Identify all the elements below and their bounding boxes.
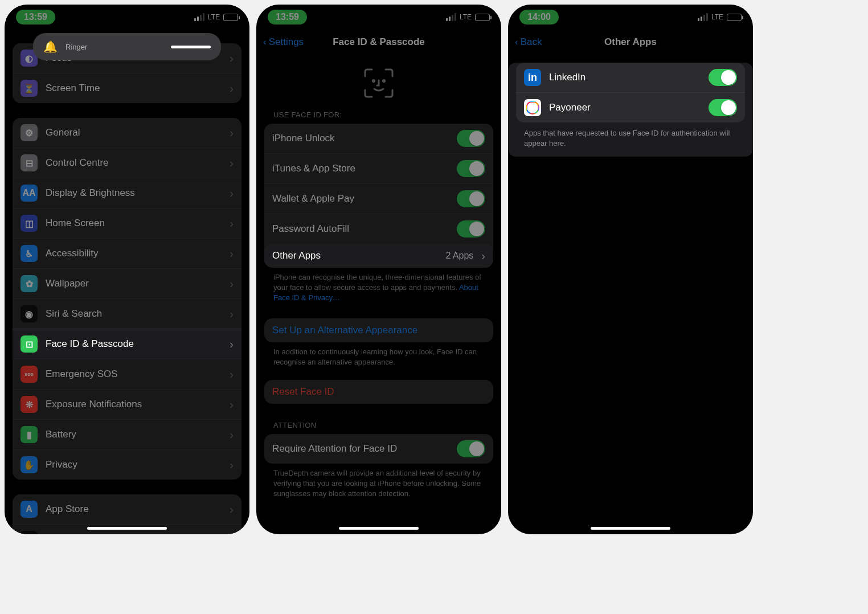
- row-itunes-app-store[interactable]: iTunes & App Store: [264, 153, 493, 183]
- attention-footer: TrueDepth camera will provide an additio…: [264, 464, 493, 500]
- chevron-right-icon: ›: [230, 534, 234, 534]
- settings-row-privacy[interactable]: ✋Privacy›: [13, 449, 241, 480]
- toggle-wallet-apple-pay[interactable]: [457, 190, 485, 207]
- toggle-itunes-app-store[interactable]: [457, 160, 485, 177]
- settings-row-control-centre[interactable]: ⊟Control Centre›: [13, 148, 241, 178]
- other-apps-footer: Apps that have requested to use Face ID …: [508, 122, 753, 151]
- toggle-label: Password AutoFill: [272, 223, 449, 235]
- settings-label: Display & Brightness: [46, 187, 222, 199]
- home-screen-icon: ◫: [21, 215, 38, 232]
- section-header-attention: ATTENTION: [264, 421, 493, 434]
- row-require-attention[interactable]: Require Attention for Face ID: [264, 434, 493, 464]
- display-brightness-icon: AA: [21, 185, 38, 202]
- toggle-linkedin[interactable]: [709, 69, 737, 86]
- nav-bar: ‹ Settings Face ID & Passcode: [256, 30, 501, 55]
- ringer-volume-bar: [171, 46, 211, 48]
- chevron-right-icon: ›: [230, 459, 234, 470]
- battery-icon: [475, 14, 490, 21]
- status-time: 13:59: [268, 10, 307, 24]
- status-bar: 14:00 LTE: [508, 5, 753, 30]
- settings-row-battery[interactable]: ▮Battery›: [13, 419, 241, 449]
- row-iphone-unlock[interactable]: iPhone Unlock: [264, 124, 493, 153]
- toggle-password-autofill[interactable]: [457, 220, 485, 238]
- screen-settings-list: 13:59 LTE 🔔 Ringer ◐Focus›⏳Screen Time›⚙…: [5, 5, 249, 534]
- settings-row-accessibility[interactable]: ♿︎Accessibility›: [13, 238, 241, 268]
- faceid-icon: [362, 66, 396, 100]
- home-indicator[interactable]: [87, 527, 167, 530]
- status-time: 13:59: [16, 10, 55, 24]
- settings-row-siri-search[interactable]: ◉Siri & Search›: [13, 298, 241, 329]
- settings-label: Accessibility: [46, 248, 222, 259]
- general-icon: ⚙: [21, 124, 38, 141]
- chevron-right-icon: ›: [230, 187, 234, 199]
- toggle-iphone-unlock[interactable]: [457, 130, 485, 147]
- home-indicator[interactable]: [339, 527, 419, 530]
- ringer-banner: 🔔 Ringer: [33, 33, 221, 60]
- settings-scroll[interactable]: ◐Focus›⏳Screen Time›⚙General›⊟Control Ce…: [5, 66, 249, 534]
- settings-row-home-screen[interactable]: ◫Home Screen›: [13, 208, 241, 238]
- settings-label: Exposure Notifications: [46, 399, 222, 410]
- siri-search-icon: ◉: [21, 305, 38, 322]
- settings-row-general[interactable]: ⚙General›: [13, 118, 241, 148]
- ringer-label: Ringer: [65, 43, 163, 51]
- home-indicator[interactable]: [591, 527, 670, 530]
- row-other-apps[interactable]: Other Apps2 Apps›: [264, 244, 493, 268]
- reset-faceid-button[interactable]: Reset Face ID: [264, 380, 493, 404]
- row-app-payoneer[interactable]: Payoneer: [516, 92, 745, 122]
- toggle-label: iPhone Unlock: [272, 133, 449, 144]
- toggle-require-attention[interactable]: [457, 440, 485, 457]
- back-button[interactable]: ‹ Back: [515, 36, 542, 48]
- app-label: Payoneer: [549, 102, 701, 113]
- chevron-right-icon: ›: [230, 369, 234, 380]
- settings-row-emergency-sos[interactable]: sosEmergency SOS›: [13, 359, 241, 389]
- settings-row-app-store[interactable]: AApp Store›: [13, 494, 241, 524]
- setup-alt-appearance-button[interactable]: Set Up an Alternative Appearance: [264, 318, 493, 342]
- row-app-linkedin[interactable]: inLinkedIn: [516, 63, 745, 92]
- settings-label: Privacy: [46, 459, 222, 470]
- section-header-use-faceid: USE FACE ID FOR:: [264, 110, 493, 124]
- chevron-right-icon: ›: [230, 308, 234, 320]
- network-label: LTE: [711, 13, 723, 21]
- settings-row-wallpaper[interactable]: ✿Wallpaper›: [13, 268, 241, 298]
- toggle-label: Wallet & Apple Pay: [272, 193, 449, 204]
- chevron-right-icon: ›: [230, 429, 234, 440]
- row-wallet-apple-pay[interactable]: Wallet & Apple Pay: [264, 183, 493, 214]
- chevron-right-icon: ›: [230, 83, 234, 94]
- other-apps-label: Other Apps: [272, 250, 437, 261]
- chevron-right-icon: ›: [230, 157, 234, 169]
- settings-row-exposure-notifications[interactable]: ❊Exposure Notifications›: [13, 389, 241, 419]
- status-bar: 13:59 LTE: [5, 5, 249, 30]
- app-label: LinkedIn: [549, 72, 701, 83]
- alt-appearance-footer: In addition to continuously learning how…: [264, 342, 493, 367]
- settings-label: Battery: [46, 429, 222, 440]
- battery-icon: ▮: [21, 426, 38, 443]
- status-time: 14:00: [519, 10, 559, 24]
- control-centre-icon: ⊟: [21, 154, 38, 171]
- emergency-sos-icon: sos: [21, 366, 38, 383]
- settings-row-display-brightness[interactable]: AADisplay & Brightness›: [13, 178, 241, 208]
- back-label: Back: [521, 36, 542, 48]
- screen-other-apps: 14:00 LTE ‹ Back Other Apps inLinkedInPa…: [508, 5, 753, 534]
- chevron-right-icon: ›: [481, 250, 485, 261]
- settings-label: General: [46, 127, 222, 138]
- back-button[interactable]: ‹ Settings: [263, 36, 304, 48]
- settings-label: Wallet: [46, 534, 222, 534]
- network-label: LTE: [208, 13, 220, 21]
- settings-row-screen-time[interactable]: ⏳Screen Time›: [13, 73, 241, 103]
- chevron-right-icon: ›: [230, 399, 234, 410]
- network-label: LTE: [460, 13, 472, 21]
- chevron-left-icon: ‹: [515, 36, 518, 48]
- toggle-label: iTunes & App Store: [272, 163, 449, 174]
- toggle-payoneer[interactable]: [709, 99, 737, 116]
- chevron-right-icon: ›: [230, 127, 234, 138]
- settings-row-face-id-passcode[interactable]: ⊡Face ID & Passcode›: [13, 329, 241, 359]
- status-bar: 13:59 LTE: [256, 5, 501, 30]
- chevron-right-icon: ›: [230, 248, 234, 259]
- svg-point-0: [372, 80, 374, 81]
- settings-label: Face ID & Passcode: [46, 338, 222, 350]
- chevron-right-icon: ›: [230, 504, 234, 515]
- privacy-icon: ✋: [21, 456, 38, 473]
- row-password-autofill[interactable]: Password AutoFill: [264, 214, 493, 244]
- settings-label: Wallpaper: [46, 278, 222, 289]
- svg-point-1: [383, 80, 384, 81]
